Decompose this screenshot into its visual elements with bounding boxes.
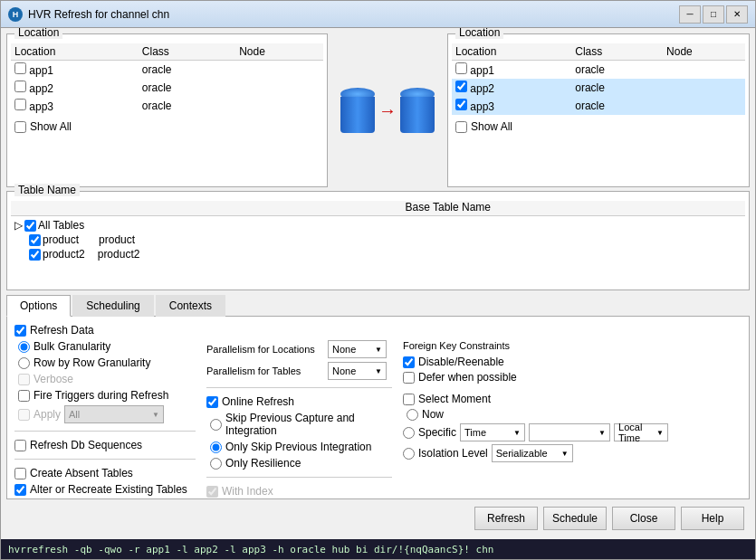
left-col-node: Node [235, 43, 323, 61]
options-col3: Foreign Key Constraints Disable/Reenable… [403, 340, 742, 499]
create-absent-label: Create Absent Tables [30, 467, 133, 479]
left-col-location: Location [11, 43, 139, 61]
refresh-data-check[interactable] [14, 325, 26, 337]
disable-reenable-row: Disable/Reenable [403, 356, 742, 368]
parallelism-locations-dropdown[interactable]: None ▼ [328, 340, 387, 358]
right-row2-check[interactable] [455, 81, 467, 92]
row-by-row-radio[interactable] [18, 357, 30, 369]
apply-dropdown-arrow: ▼ [152, 411, 159, 419]
source-cylinder [340, 88, 375, 133]
defer-when-check[interactable] [403, 372, 415, 384]
specific-row: Specific Time ▼ ▼ Local [403, 423, 742, 441]
only-resilience-radio[interactable] [210, 458, 222, 470]
left-show-all-row: Show All [11, 117, 323, 137]
product2-base: product2 [98, 248, 140, 261]
target-cylinder [400, 88, 435, 133]
with-index-check[interactable] [206, 486, 218, 498]
apply-check[interactable] [18, 409, 30, 421]
left-row2-check[interactable] [14, 81, 26, 92]
verbose-check[interactable] [18, 374, 30, 385]
all-tables-label: All Tables [38, 219, 84, 232]
maximize-button[interactable]: □ [703, 5, 724, 24]
now-radio[interactable] [407, 409, 418, 421]
options-tab-content: Refresh Data Bulk Granularity Row by Row… [6, 317, 750, 499]
right-show-all-check[interactable] [455, 121, 467, 133]
right-row1-check[interactable] [455, 62, 467, 74]
table-row[interactable]: app2 oracle [452, 79, 745, 97]
right-row3-check[interactable] [455, 99, 467, 110]
skip-prev-capture-label: Skip Previous Capture and Integration [225, 412, 392, 437]
isolation-dropdown[interactable]: Serializable ▼ [492, 444, 573, 462]
fire-triggers-check[interactable] [18, 390, 30, 402]
skip-prev-capture-radio[interactable] [210, 419, 222, 431]
table-row[interactable]: app1 oracle [452, 61, 745, 80]
table-row[interactable]: app3 oracle [11, 97, 323, 115]
close-window-button[interactable]: ✕ [726, 5, 748, 24]
parallelism-loc-arrow: ▼ [375, 346, 382, 354]
only-resilience-row: Only Resilience [210, 457, 392, 470]
fk-section: Foreign Key Constraints Disable/Reenable… [403, 340, 742, 384]
tab-options[interactable]: Options [6, 295, 71, 317]
schedule-button[interactable]: Schedule [543, 507, 607, 530]
create-absent-check[interactable] [14, 468, 26, 479]
left-row1-check[interactable] [14, 62, 26, 74]
tree-all-tables[interactable]: ▷ All Tables [11, 218, 745, 233]
tree-expand-icon: ▷ [14, 219, 23, 232]
table-row[interactable]: app2 oracle [11, 79, 323, 97]
left-location-table: Location Class Node app1 oracle app2 [11, 43, 323, 115]
apply-dropdown[interactable]: All ▼ [64, 405, 164, 423]
specific-value-dropdown[interactable]: ▼ [529, 423, 610, 441]
refresh-button[interactable]: Refresh [474, 507, 538, 530]
select-moment-check[interactable] [403, 394, 415, 405]
right-col-node: Node [663, 43, 745, 61]
window-title: HVR Refresh for channel chn [28, 8, 679, 21]
apply-label: Apply [33, 408, 61, 421]
product1-base: product [99, 233, 135, 246]
arrow-icon: → [378, 100, 397, 121]
specific-time-dropdown[interactable]: Time ▼ [460, 423, 525, 441]
parallelism-tables-label: Parallelism for Tables [206, 365, 324, 376]
bulk-granularity-row: Bulk Granularity [18, 340, 196, 353]
online-refresh-check[interactable] [206, 396, 218, 408]
close-button[interactable]: Close [612, 507, 675, 530]
table-row[interactable]: app1 oracle [11, 61, 323, 80]
left-show-all-check[interactable] [14, 121, 26, 133]
tab-scheduling[interactable]: Scheduling [72, 295, 153, 317]
left-show-all-label: Show All [30, 120, 72, 133]
product2-name: product2 [43, 248, 85, 261]
table-name-group: Table Name Base Table Name ▷ All Tables … [6, 191, 750, 290]
disable-reenable-label: Disable/Reenable [418, 356, 504, 368]
product1-check[interactable] [29, 234, 41, 246]
tab-contexts[interactable]: Contexts [156, 295, 225, 317]
only-skip-prev-radio[interactable] [210, 441, 222, 453]
app-icon: H [8, 7, 23, 22]
with-index-label: With Index [222, 485, 273, 498]
refresh-db-seq-check[interactable] [14, 440, 26, 451]
isolation-row: Isolation Level Serializable ▼ [403, 444, 742, 462]
table-name-label: Table Name [14, 184, 80, 196]
tree-product2[interactable]: product2 product2 [25, 247, 745, 261]
all-tables-check[interactable] [24, 220, 36, 232]
product2-check[interactable] [29, 249, 41, 261]
window-controls: ─ □ ✕ [679, 5, 748, 24]
parallelism-tables-dropdown[interactable]: None ▼ [328, 362, 387, 380]
minimize-button[interactable]: ─ [679, 5, 701, 24]
online-refresh-row: Online Refresh [206, 395, 392, 408]
help-button[interactable]: Help [681, 507, 744, 530]
skip-prev-capture-row: Skip Previous Capture and Integration [210, 412, 392, 437]
create-absent-row: Create Absent Tables [14, 467, 196, 479]
tree-product1[interactable]: product product [25, 233, 745, 247]
left-row3-check[interactable] [14, 99, 26, 110]
table-row[interactable]: app3 oracle [452, 97, 745, 115]
parallelism-locations-row: Parallelism for Locations None ▼ [206, 340, 392, 358]
online-refresh-label: Online Refresh [222, 395, 294, 408]
alter-recreate-check[interactable] [14, 484, 26, 496]
right-location-table: Location Class Node app1 oracle app2 [452, 43, 745, 115]
fire-triggers-row: Fire Triggers during Refresh [18, 389, 196, 402]
local-time-dropdown[interactable]: Local Time ▼ [614, 423, 668, 441]
bulk-granularity-radio[interactable] [18, 341, 30, 353]
isolation-radio[interactable] [403, 448, 415, 460]
disable-reenable-check[interactable] [403, 356, 415, 368]
right-location-label: Location [455, 28, 503, 39]
specific-radio[interactable] [403, 427, 415, 439]
